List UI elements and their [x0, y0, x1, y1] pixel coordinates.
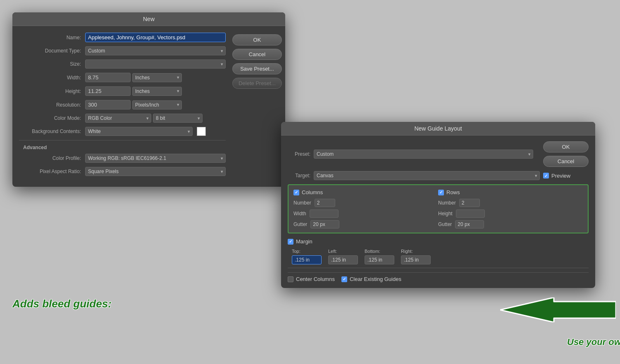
clear-existing-wrapper: Clear Existing Guides	[341, 276, 401, 282]
target-label: Target:	[288, 173, 310, 178]
bg-contents-label: Background Contents:	[19, 128, 85, 134]
rows-height-label: Height	[438, 211, 453, 216]
columns-gutter-input[interactable]	[310, 220, 339, 228]
bg-contents-select[interactable]: White	[85, 127, 193, 136]
doc-type-select-wrapper: Custom	[85, 46, 226, 55]
size-select[interactable]	[85, 59, 226, 69]
width-row: Width: Inches	[19, 73, 226, 82]
center-columns-wrapper: Center Columns	[288, 276, 335, 282]
bottom-divider	[288, 268, 589, 268]
rows-checkbox[interactable]	[438, 190, 444, 195]
save-preset-button[interactable]: Save Preset...	[232, 63, 282, 74]
left-field: Left:	[328, 249, 358, 264]
bg-color-swatch[interactable]	[197, 127, 206, 136]
rows-checkbox-row: Rows	[438, 189, 583, 195]
columns-width-label: Width	[293, 211, 306, 216]
color-mode-select[interactable]: RGB Color	[85, 114, 151, 123]
bg-contents-row: Background Contents: White	[19, 127, 226, 136]
bottom-input[interactable]	[365, 255, 394, 264]
preview-label: Preview	[551, 173, 570, 179]
bottom-field: Bottom:	[365, 249, 394, 264]
height-unit-select[interactable]: Inches	[132, 87, 182, 96]
new-dialog-title: New	[12, 12, 285, 26]
right-label: Right:	[401, 249, 431, 254]
rows-gutter-label: Gutter	[438, 221, 452, 227]
guide-buttons: OK Cancel	[543, 141, 589, 167]
adds-bleed-text: Adds bleed guides:	[12, 297, 112, 310]
rows-section: Rows Number Height Gutter	[438, 189, 583, 228]
pixel-aspect-select[interactable]: Square Pixels	[85, 167, 226, 176]
columns-checkbox[interactable]	[293, 190, 299, 195]
clear-existing-label: Clear Existing Guides	[350, 276, 401, 282]
resolution-unit-select[interactable]: Pixels/Inch	[132, 100, 182, 109]
target-select[interactable]: Canvas	[314, 171, 540, 180]
name-row: Name:	[19, 33, 226, 42]
height-unit-wrapper: Inches	[132, 87, 182, 96]
height-input[interactable]	[85, 86, 131, 96]
doc-type-label: Document Type:	[19, 48, 85, 54]
color-profile-row: Color Profile: Working RGB: sRGB IEC6196…	[19, 154, 226, 163]
new-dialog: New Name: Document Type: Custom Size:	[12, 12, 285, 187]
bit-depth-select[interactable]: 8 bit	[153, 114, 203, 123]
resolution-input[interactable]	[85, 100, 131, 109]
columns-checkbox-row: Columns	[293, 189, 438, 195]
right-field: Right:	[401, 249, 431, 264]
preview-checkbox[interactable]	[543, 173, 549, 178]
columns-number-row: Number	[293, 199, 438, 207]
width-unit-wrapper: Inches	[132, 73, 182, 82]
doc-type-row: Document Type: Custom	[19, 46, 226, 55]
top-field: Top:	[292, 249, 322, 264]
columns-number-input[interactable]	[315, 199, 335, 207]
rows-gutter-input[interactable]	[455, 220, 484, 228]
margin-header: Margin	[288, 238, 589, 245]
width-input[interactable]	[85, 73, 131, 82]
columns-label: Columns	[302, 189, 323, 195]
arrow-container	[500, 297, 616, 324]
right-input[interactable]	[401, 255, 431, 264]
pixel-aspect-label: Pixel Aspect Ratio:	[19, 169, 85, 174]
clear-existing-checkbox[interactable]	[341, 276, 347, 282]
name-input[interactable]	[85, 33, 226, 42]
preset-select-wrapper: Custom	[314, 150, 533, 159]
columns-width-row: Width	[293, 209, 438, 218]
guide-cancel-button[interactable]: Cancel	[543, 156, 589, 167]
guide-ok-button[interactable]: OK	[543, 141, 589, 152]
margin-fields: Top: Left: Bottom: Right:	[292, 249, 589, 264]
target-select-wrapper: Canvas	[314, 171, 540, 180]
color-mode-label: Color Mode:	[19, 115, 85, 121]
svg-marker-0	[500, 297, 616, 322]
pixel-aspect-row: Pixel Aspect Ratio: Square Pixels	[19, 167, 226, 176]
left-label: Left:	[328, 249, 358, 254]
rows-height-input[interactable]	[456, 209, 485, 218]
rows-number-label: Number	[438, 200, 456, 206]
width-unit-select[interactable]: Inches	[132, 73, 182, 82]
cancel-button[interactable]: Cancel	[232, 49, 282, 60]
margin-label: Margin	[296, 238, 312, 245]
preset-select[interactable]: Custom	[314, 150, 533, 159]
doc-type-select[interactable]: Custom	[85, 46, 226, 55]
color-profile-select-wrapper: Working RGB: sRGB IEC61966-2.1	[85, 154, 226, 163]
top-input[interactable]	[292, 255, 322, 264]
bottom-label: Bottom:	[365, 249, 394, 254]
rows-number-row: Number	[438, 199, 583, 207]
color-mode-row: Color Mode: RGB Color 8 bit	[19, 114, 226, 123]
left-input[interactable]	[328, 255, 358, 264]
margin-section: Margin Top: Left: Bottom: Right:	[288, 238, 589, 268]
margin-checkbox[interactable]	[288, 239, 293, 245]
columns-gutter-label: Gutter	[293, 221, 307, 227]
delete-preset-button: Delete Preset...	[232, 78, 282, 89]
center-columns-checkbox[interactable]	[288, 276, 293, 282]
rows-height-row: Height	[438, 209, 583, 218]
columns-width-input[interactable]	[310, 209, 339, 218]
columns-gutter-row: Gutter	[293, 220, 438, 228]
arrow-icon	[500, 297, 616, 322]
color-profile-select[interactable]: Working RGB: sRGB IEC61966-2.1	[85, 154, 226, 163]
columns-section: Columns Number Width Gutter	[293, 189, 438, 228]
height-label: Height:	[19, 88, 85, 94]
color-mode-select-wrapper: RGB Color	[85, 114, 151, 123]
resolution-row: Resolution: Pixels/Inch	[19, 100, 226, 109]
height-row: Height: Inches	[19, 86, 226, 96]
rows-number-input[interactable]	[459, 199, 480, 207]
guide-dialog: New Guide Layout Preset: Custom OK Cance…	[281, 122, 595, 288]
ok-button[interactable]: OK	[232, 34, 282, 45]
